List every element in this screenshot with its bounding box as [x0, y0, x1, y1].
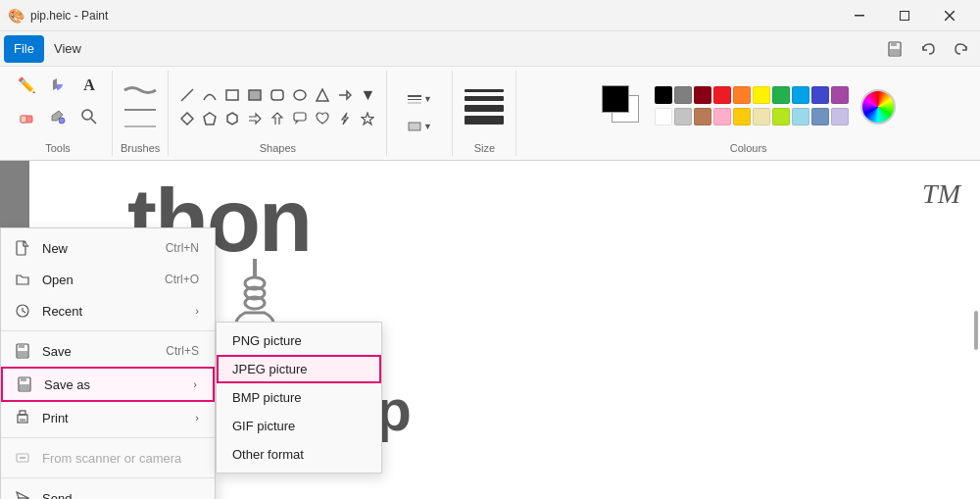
curve-shape[interactable] — [199, 84, 220, 106]
swatch-darkblue[interactable] — [811, 86, 829, 104]
jpeg-label: JPEG picture — [232, 362, 308, 376]
separator-3 — [1, 477, 215, 478]
swatch-gray[interactable] — [674, 86, 692, 104]
round-rect-shape[interactable] — [267, 84, 288, 106]
triangle-shape[interactable] — [312, 84, 333, 106]
swatch-yellow[interactable] — [753, 86, 770, 104]
swatch-pink[interactable] — [713, 108, 731, 125]
submenu-png[interactable]: PNG picture — [217, 326, 381, 355]
arrow-shape[interactable] — [334, 84, 356, 106]
magnifier-tool[interactable] — [74, 102, 104, 131]
swatch-darkred[interactable] — [694, 86, 711, 104]
fill-tool[interactable] — [43, 71, 73, 100]
size-line-3[interactable] — [465, 105, 504, 112]
rect-shape[interactable] — [221, 84, 243, 106]
color-picker-wheel[interactable] — [860, 89, 896, 125]
swatch-periwinkle[interactable] — [811, 108, 829, 125]
trademark-symbol: TM — [922, 178, 960, 210]
submenu-jpeg[interactable]: JPEG picture — [217, 355, 381, 383]
brush-large[interactable] — [121, 80, 160, 100]
menu-new[interactable]: New Ctrl+N — [1, 232, 215, 264]
maximize-button[interactable] — [882, 0, 927, 31]
swatch-blue[interactable] — [792, 86, 809, 104]
hexagon-shape[interactable] — [221, 108, 243, 129]
size-line-1[interactable] — [465, 89, 504, 92]
swatch-purple[interactable] — [831, 86, 849, 104]
lightning-shape[interactable] — [334, 108, 356, 129]
svg-rect-15 — [271, 90, 283, 100]
svg-rect-13 — [226, 90, 238, 100]
outline-dropdown[interactable]: ▼ — [395, 87, 444, 111]
swatch-brown[interactable] — [694, 108, 711, 125]
menu-open[interactable]: Open Ctrl+O — [1, 264, 215, 295]
fill-dropdown[interactable]: ▼ — [395, 115, 444, 138]
svg-rect-52 — [20, 419, 25, 423]
menu-file[interactable]: File — [4, 35, 44, 63]
swatch-orange[interactable] — [733, 86, 751, 104]
rect-filled-shape[interactable] — [244, 84, 266, 106]
swatch-black[interactable] — [655, 86, 672, 104]
save-shortcut: Ctrl+S — [166, 344, 199, 358]
line-shape[interactable] — [176, 84, 198, 106]
size-line-2[interactable] — [465, 96, 504, 101]
star-shape[interactable] — [357, 108, 378, 129]
pentagon-shape[interactable] — [199, 108, 220, 129]
brush-medium[interactable] — [121, 102, 160, 118]
open-label: Open — [42, 273, 145, 287]
ellipse-shape[interactable] — [289, 84, 311, 106]
scroll-bar[interactable] — [974, 311, 978, 350]
brush-small[interactable] — [121, 120, 160, 133]
color-swatches — [655, 86, 849, 127]
right-arrow-shape[interactable] — [244, 108, 266, 129]
submenu-bmp[interactable]: BMP picture — [217, 383, 381, 412]
svg-marker-19 — [204, 113, 216, 125]
diamond-shape[interactable] — [176, 108, 198, 129]
callout-shape[interactable] — [289, 108, 311, 129]
swatch-lightgray[interactable] — [674, 108, 692, 125]
menu-save[interactable]: Save Ctrl+S — [1, 335, 215, 367]
swatch-lightblue[interactable] — [792, 108, 809, 125]
swatch-lavender[interactable] — [831, 108, 849, 125]
heart-shape[interactable] — [312, 108, 333, 129]
minimize-button[interactable] — [837, 0, 882, 31]
bmp-label: BMP picture — [232, 390, 302, 405]
redo-button[interactable] — [947, 35, 976, 63]
swatch-white[interactable] — [655, 108, 672, 125]
swatch-lightyellow[interactable] — [753, 108, 770, 125]
menu-recent[interactable]: Recent › — [1, 295, 215, 326]
svg-point-16 — [294, 90, 306, 100]
eraser-tool[interactable] — [12, 102, 41, 131]
png-label: PNG picture — [232, 333, 302, 348]
svg-marker-20 — [227, 113, 237, 125]
swatch-red[interactable] — [713, 86, 731, 104]
active-colors — [602, 85, 645, 128]
swatch-lightgreen[interactable] — [772, 108, 790, 125]
separator-2 — [1, 437, 215, 438]
menu-send[interactable]: Send — [1, 482, 215, 499]
svg-rect-14 — [249, 90, 261, 100]
svg-line-11 — [91, 119, 96, 124]
close-button[interactable] — [927, 0, 972, 31]
recent-arrow: › — [195, 305, 199, 317]
submenu-gif[interactable]: GIF picture — [217, 412, 381, 440]
swatch-gold[interactable] — [733, 108, 751, 125]
submenu-other[interactable]: Other format — [217, 440, 381, 469]
pencil-tool[interactable]: ✏️ — [12, 71, 41, 100]
svg-rect-1 — [901, 11, 909, 20]
save-toolbar-button[interactable] — [880, 35, 909, 63]
menu-view[interactable]: View — [44, 35, 91, 63]
more-shapes[interactable]: ▼ — [357, 84, 378, 106]
scanner-label: From scanner or camera — [42, 451, 199, 466]
menu-print[interactable]: Print › — [1, 402, 215, 433]
svg-point-9 — [59, 118, 65, 124]
size-line-4[interactable] — [465, 116, 504, 125]
menu-save-as[interactable]: Save as › — [1, 367, 215, 402]
main-canvas-area: TM thon — [0, 161, 980, 499]
color-picker-tool[interactable] — [43, 102, 73, 131]
text-tool[interactable]: A — [74, 71, 104, 100]
foreground-color[interactable] — [602, 85, 629, 113]
undo-button[interactable] — [913, 35, 943, 63]
new-shortcut: Ctrl+N — [166, 241, 199, 255]
up-arrow-shape[interactable] — [267, 108, 288, 129]
swatch-green[interactable] — [772, 86, 790, 104]
